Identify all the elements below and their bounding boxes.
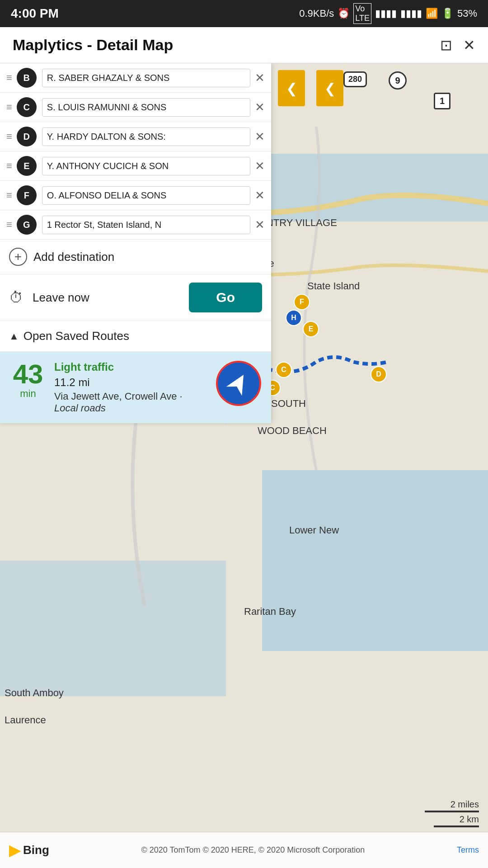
stop-input-d[interactable] — [42, 127, 250, 146]
miles-line — [425, 811, 479, 812]
saved-routes-header[interactable]: ▲ Open Saved Routes — [0, 321, 271, 352]
battery-icon: 🔋 — [441, 8, 454, 19]
route-stops: ≡ B ✕ ≡ C ✕ ≡ D ✕ ≡ E ✕ ≡ F ✕ ≡ G — [0, 63, 271, 240]
wifi-icon: 📶 — [426, 8, 438, 19]
route-stop-e: ≡ E ✕ — [0, 151, 271, 181]
remove-stop-d[interactable]: ✕ — [255, 130, 265, 144]
route-panel: ≡ B ✕ ≡ C ✕ ≡ D ✕ ≡ E ✕ ≡ F ✕ ≡ G — [0, 63, 271, 423]
route-distance: 11.2 mi — [54, 376, 208, 389]
add-destination-label: Add destination — [33, 250, 114, 264]
data-speed: 0.9KB/s — [299, 8, 334, 19]
drag-handle: ≡ — [6, 160, 12, 172]
status-bar: 4:00 PM 0.9KB/s ⏰ VoLTE ▮▮▮▮ ▮▮▮▮ 📶 🔋 53… — [0, 0, 488, 27]
route-stop-f: ≡ F ✕ — [0, 181, 271, 210]
pin-circle-9: H — [286, 310, 302, 326]
go-button[interactable]: Go — [189, 283, 262, 312]
route-card: 43 min Light traffic 11.2 mi Via Jewett … — [0, 352, 271, 423]
navigate-button[interactable] — [216, 361, 261, 406]
title-bar: Maplytics - Detail Map ⊡ ✕ — [0, 27, 488, 63]
miles-label: 2 miles — [450, 799, 479, 810]
pin-circle-7: E — [303, 321, 319, 337]
stop-badge-b: B — [17, 68, 37, 88]
stop-input-e[interactable] — [42, 157, 250, 175]
pin-circle-6: D — [371, 366, 387, 382]
route-stop-g: ≡ G ✕ — [0, 210, 271, 240]
route-minutes: 43 — [13, 361, 43, 388]
route-via: Via Jewett Ave, Crowell Ave · Local road… — [54, 391, 208, 414]
remove-stop-f[interactable]: ✕ — [255, 189, 265, 203]
stop-badge-e: E — [17, 156, 37, 176]
bottom-bar: ▶ Bing © 2020 TomTom © 2020 HERE, © 2020… — [0, 832, 488, 868]
drag-handle: ≡ — [6, 131, 12, 142]
title-actions: ⊡ ✕ — [440, 37, 475, 54]
stop-input-f[interactable] — [42, 186, 250, 205]
stop-input-c[interactable] — [42, 98, 250, 117]
status-icons: 0.9KB/s ⏰ VoLTE ▮▮▮▮ ▮▮▮▮ 📶 🔋 53% — [299, 3, 477, 24]
stop-input-g[interactable] — [42, 216, 250, 234]
navigate-icon — [225, 370, 252, 397]
map-label-7: SOUTH — [271, 398, 306, 410]
prev-left-button[interactable]: ❮ — [278, 70, 305, 106]
scale-bar: 2 miles 2 km — [425, 799, 479, 827]
drag-handle: ≡ — [6, 219, 12, 231]
leave-now-label[interactable]: Leave now — [33, 291, 180, 305]
battery-percent: 53% — [457, 8, 477, 19]
pin-circle-8: F — [294, 294, 310, 310]
map-label-5: State Island — [307, 280, 360, 292]
copyright-text: © 2020 TomTom © 2020 HERE, © 2020 Micros… — [141, 845, 365, 855]
route-min-label: min — [20, 388, 36, 400]
route-traffic: Light traffic — [54, 361, 208, 373]
map-label-9: Lower New — [289, 524, 339, 536]
stop-badge-g: G — [17, 215, 37, 235]
km-scale: 2 km — [434, 814, 479, 827]
bing-logo: ▶ Bing — [9, 842, 49, 859]
app-title: Maplytics - Detail Map — [13, 36, 173, 54]
vo-icon: VoLTE — [353, 3, 371, 24]
bing-icon: ▶ — [9, 842, 20, 859]
saved-routes-label: Open Saved Routes — [23, 329, 129, 343]
map-pin-4: C — [276, 362, 292, 378]
route-stop-b: ≡ B ✕ — [0, 63, 271, 93]
km-line — [434, 826, 479, 827]
signal-icon: ▮▮▮▮ — [375, 8, 397, 19]
map-label-10: Raritan Bay — [244, 606, 296, 618]
map-pin-9: H — [286, 310, 302, 326]
remove-stop-e[interactable]: ✕ — [255, 159, 265, 173]
pin-circle-4: C — [276, 362, 292, 378]
map-label-12: Laurence — [5, 714, 46, 726]
drag-handle: ≡ — [6, 72, 12, 84]
alarm-icon: ⏰ — [338, 8, 350, 19]
map-label-8: WOOD BEACH — [258, 425, 327, 437]
route-stop-c: ≡ C ✕ — [0, 93, 271, 122]
remove-stop-b[interactable]: ✕ — [255, 71, 265, 85]
saved-routes-arrow: ▲ — [9, 330, 19, 342]
expand-button[interactable]: ⊡ — [440, 37, 452, 54]
route-via-text: Via Jewett Ave, Crowell Ave · Local road… — [54, 391, 183, 414]
route-time-block: 43 min — [10, 361, 46, 400]
add-destination-row[interactable]: + Add destination — [0, 240, 271, 274]
highway-1-sign: 1 — [434, 93, 450, 109]
svg-rect-0 — [262, 470, 488, 651]
drag-handle: ≡ — [6, 189, 12, 201]
map-pin-7: E — [303, 321, 319, 337]
route-info: Light traffic 11.2 mi Via Jewett Ave, Cr… — [54, 361, 208, 414]
remove-stop-g[interactable]: ✕ — [255, 218, 265, 232]
signal-icon-2: ▮▮▮▮ — [400, 8, 422, 19]
map-label-11: South Amboy — [5, 687, 64, 699]
km-label: 2 km — [460, 814, 479, 825]
action-row: ⏱ Leave now Go — [0, 274, 271, 321]
highway-280-sign: 280 — [343, 71, 367, 87]
miles-scale: 2 miles — [425, 799, 479, 812]
route-stop-d: ≡ D ✕ — [0, 122, 271, 151]
add-destination-icon: + — [9, 248, 27, 266]
stop-input-b[interactable] — [42, 69, 250, 87]
terms-link[interactable]: Terms — [457, 845, 479, 855]
highway-9-sign: 9 — [389, 71, 407, 90]
bing-text: Bing — [23, 843, 49, 857]
remove-stop-c[interactable]: ✕ — [255, 100, 265, 114]
map-pin-8: F — [294, 294, 310, 310]
stop-badge-c: C — [17, 97, 37, 117]
close-button[interactable]: ✕ — [463, 37, 475, 54]
status-time: 4:00 PM — [11, 6, 59, 21]
prev-right-button[interactable]: ❮ — [316, 70, 343, 106]
